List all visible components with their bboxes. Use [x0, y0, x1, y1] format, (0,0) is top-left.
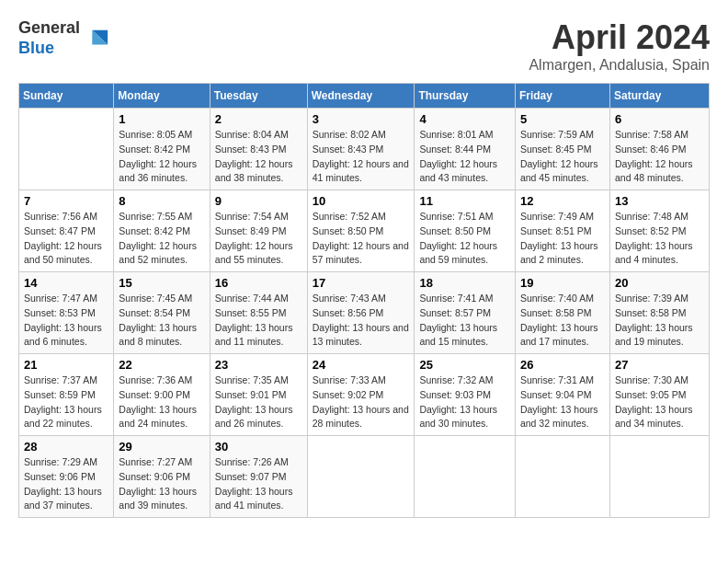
calendar-cell: 12 Sunrise: 7:49 AMSunset: 8:51 PMDaylig…	[515, 190, 609, 272]
calendar-cell: 7 Sunrise: 7:56 AMSunset: 8:47 PMDayligh…	[19, 190, 114, 272]
day-number: 22	[119, 358, 204, 372]
day-info: Sunrise: 7:30 AMSunset: 9:05 PMDaylight:…	[615, 374, 693, 429]
calendar-cell: 10 Sunrise: 7:52 AMSunset: 8:50 PMDaylig…	[307, 190, 415, 272]
calendar-cell: 2 Sunrise: 8:04 AMSunset: 8:43 PMDayligh…	[210, 109, 307, 190]
day-info: Sunrise: 7:44 AMSunset: 8:55 PMDaylight:…	[215, 293, 293, 347]
day-info: Sunrise: 7:49 AMSunset: 8:51 PMDaylight:…	[520, 211, 598, 265]
calendar-cell: 29 Sunrise: 7:27 AMSunset: 9:06 PMDaylig…	[114, 436, 210, 518]
day-info: Sunrise: 7:58 AMSunset: 8:46 PMDaylight:…	[615, 129, 693, 183]
day-number: 2	[215, 112, 302, 126]
day-info: Sunrise: 7:55 AMSunset: 8:42 PMDaylight:…	[119, 211, 197, 265]
day-info: Sunrise: 7:36 AMSunset: 9:00 PMDaylight:…	[119, 374, 197, 429]
day-info: Sunrise: 7:51 AMSunset: 8:50 PMDaylight:…	[419, 211, 497, 265]
calendar-cell	[19, 109, 114, 190]
day-info: Sunrise: 8:02 AMSunset: 8:43 PMDaylight:…	[313, 129, 409, 183]
calendar-week-3: 14 Sunrise: 7:47 AMSunset: 8:53 PMDaylig…	[19, 272, 710, 354]
day-info: Sunrise: 7:45 AMSunset: 8:54 PMDaylight:…	[119, 293, 197, 347]
day-info: Sunrise: 7:48 AMSunset: 8:52 PMDaylight:…	[615, 211, 693, 265]
col-header-monday: Monday	[114, 84, 210, 109]
calendar-cell: 5 Sunrise: 7:59 AMSunset: 8:45 PMDayligh…	[515, 109, 609, 190]
calendar-cell: 15 Sunrise: 7:45 AMSunset: 8:54 PMDaylig…	[114, 272, 210, 354]
calendar-week-4: 21 Sunrise: 7:37 AMSunset: 8:59 PMDaylig…	[19, 354, 710, 436]
calendar-week-5: 28 Sunrise: 7:29 AMSunset: 9:06 PMDaylig…	[19, 436, 710, 518]
day-number: 15	[119, 276, 204, 290]
calendar-cell: 26 Sunrise: 7:31 AMSunset: 9:04 PMDaylig…	[515, 354, 609, 436]
calendar-cell: 14 Sunrise: 7:47 AMSunset: 8:53 PMDaylig…	[19, 272, 114, 354]
calendar-week-1: 1 Sunrise: 8:05 AMSunset: 8:42 PMDayligh…	[19, 109, 710, 190]
day-info: Sunrise: 8:04 AMSunset: 8:43 PMDaylight:…	[215, 129, 293, 183]
day-number: 27	[615, 358, 704, 372]
day-number: 6	[615, 112, 704, 126]
page-header: General Blue April 2024 Almargen, Andalu…	[18, 18, 710, 74]
day-info: Sunrise: 7:27 AMSunset: 9:06 PMDaylight:…	[119, 456, 197, 511]
col-header-tuesday: Tuesday	[210, 84, 307, 109]
calendar-cell: 20 Sunrise: 7:39 AMSunset: 8:58 PMDaylig…	[609, 272, 709, 354]
day-number: 28	[24, 440, 108, 454]
day-number: 3	[313, 112, 410, 126]
day-info: Sunrise: 7:56 AMSunset: 8:47 PMDaylight:…	[24, 211, 102, 265]
col-header-saturday: Saturday	[609, 84, 709, 109]
col-header-wednesday: Wednesday	[307, 84, 415, 109]
logo-icon	[84, 26, 109, 52]
day-info: Sunrise: 7:31 AMSunset: 9:04 PMDaylight:…	[520, 374, 598, 429]
calendar-header: SundayMondayTuesdayWednesdayThursdayFrid…	[19, 84, 710, 109]
day-info: Sunrise: 7:47 AMSunset: 8:53 PMDaylight:…	[24, 293, 102, 347]
day-info: Sunrise: 7:52 AMSunset: 8:50 PMDaylight:…	[313, 211, 409, 265]
calendar-cell: 6 Sunrise: 7:58 AMSunset: 8:46 PMDayligh…	[609, 109, 709, 190]
day-number: 26	[520, 358, 605, 372]
day-info: Sunrise: 8:01 AMSunset: 8:44 PMDaylight:…	[419, 129, 497, 183]
day-info: Sunrise: 8:05 AMSunset: 8:42 PMDaylight:…	[119, 129, 197, 183]
main-title: April 2024	[529, 18, 710, 57]
day-number: 30	[215, 440, 302, 454]
day-number: 29	[119, 440, 204, 454]
calendar-cell: 30 Sunrise: 7:26 AMSunset: 9:07 PMDaylig…	[210, 436, 307, 518]
calendar-cell: 17 Sunrise: 7:43 AMSunset: 8:56 PMDaylig…	[307, 272, 415, 354]
calendar-cell	[307, 436, 415, 518]
day-number: 4	[419, 112, 510, 126]
calendar-cell: 21 Sunrise: 7:37 AMSunset: 8:59 PMDaylig…	[19, 354, 114, 436]
day-info: Sunrise: 7:41 AMSunset: 8:57 PMDaylight:…	[419, 293, 497, 347]
calendar-cell: 18 Sunrise: 7:41 AMSunset: 8:57 PMDaylig…	[415, 272, 516, 354]
day-number: 24	[313, 358, 410, 372]
day-number: 16	[215, 276, 302, 290]
day-info: Sunrise: 7:26 AMSunset: 9:07 PMDaylight:…	[215, 456, 293, 511]
calendar-cell	[609, 436, 709, 518]
day-info: Sunrise: 7:43 AMSunset: 8:56 PMDaylight:…	[313, 293, 409, 347]
day-number: 23	[215, 358, 302, 372]
day-info: Sunrise: 7:35 AMSunset: 9:01 PMDaylight:…	[215, 374, 293, 429]
day-info: Sunrise: 7:40 AMSunset: 8:58 PMDaylight:…	[520, 293, 598, 347]
calendar-cell: 22 Sunrise: 7:36 AMSunset: 9:00 PMDaylig…	[114, 354, 210, 436]
calendar-cell: 9 Sunrise: 7:54 AMSunset: 8:49 PMDayligh…	[210, 190, 307, 272]
day-info: Sunrise: 7:37 AMSunset: 8:59 PMDaylight:…	[24, 374, 102, 429]
calendar-cell: 27 Sunrise: 7:30 AMSunset: 9:05 PMDaylig…	[609, 354, 709, 436]
col-header-friday: Friday	[515, 84, 609, 109]
calendar-week-2: 7 Sunrise: 7:56 AMSunset: 8:47 PMDayligh…	[19, 190, 710, 272]
day-info: Sunrise: 7:59 AMSunset: 8:45 PMDaylight:…	[520, 129, 598, 183]
day-number: 19	[520, 276, 605, 290]
calendar-cell: 25 Sunrise: 7:32 AMSunset: 9:03 PMDaylig…	[415, 354, 516, 436]
calendar-cell: 28 Sunrise: 7:29 AMSunset: 9:06 PMDaylig…	[19, 436, 114, 518]
subtitle: Almargen, Andalusia, Spain	[529, 57, 710, 74]
calendar-table: SundayMondayTuesdayWednesdayThursdayFrid…	[18, 83, 710, 518]
calendar-cell: 4 Sunrise: 8:01 AMSunset: 8:44 PMDayligh…	[415, 109, 516, 190]
day-number: 13	[615, 194, 704, 208]
calendar-cell: 13 Sunrise: 7:48 AMSunset: 8:52 PMDaylig…	[609, 190, 709, 272]
day-number: 25	[419, 358, 510, 372]
day-number: 18	[419, 276, 510, 290]
calendar-cell: 11 Sunrise: 7:51 AMSunset: 8:50 PMDaylig…	[415, 190, 516, 272]
day-info: Sunrise: 7:32 AMSunset: 9:03 PMDaylight:…	[419, 374, 497, 429]
day-number: 1	[119, 112, 204, 126]
calendar-cell: 24 Sunrise: 7:33 AMSunset: 9:02 PMDaylig…	[307, 354, 415, 436]
calendar-cell	[415, 436, 516, 518]
day-number: 7	[24, 194, 108, 208]
day-number: 14	[24, 276, 108, 290]
day-number: 20	[615, 276, 704, 290]
day-info: Sunrise: 7:29 AMSunset: 9:06 PMDaylight:…	[24, 456, 102, 511]
col-header-thursday: Thursday	[415, 84, 516, 109]
day-info: Sunrise: 7:39 AMSunset: 8:58 PMDaylight:…	[615, 293, 693, 347]
calendar-cell: 8 Sunrise: 7:55 AMSunset: 8:42 PMDayligh…	[114, 190, 210, 272]
logo-line2: Blue	[18, 39, 54, 57]
calendar-cell: 3 Sunrise: 8:02 AMSunset: 8:43 PMDayligh…	[307, 109, 415, 190]
day-number: 10	[313, 194, 410, 208]
logo-line1: General	[18, 18, 80, 37]
